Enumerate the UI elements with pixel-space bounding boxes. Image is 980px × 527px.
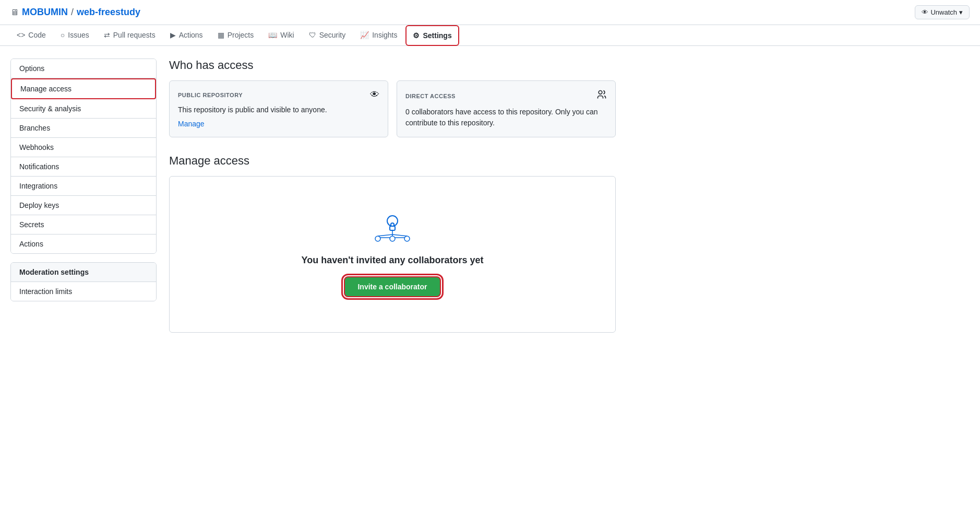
projects-icon: ▦: [218, 31, 224, 39]
direct-access-desc: 0 collaborators have access to this repo…: [405, 107, 607, 128]
eye-icon: 👁: [370, 89, 379, 100]
security-icon: 🛡: [309, 31, 316, 39]
tab-actions-label: Actions: [179, 31, 203, 39]
tab-pull-requests-label: Pull requests: [113, 31, 156, 39]
sidebar-item-branches[interactable]: Branches: [11, 119, 156, 138]
svg-rect-2: [390, 226, 395, 230]
top-bar: 🖥 MOBUMIN / web-freestudy 👁 Unwatch ▾: [0, 0, 980, 25]
manage-link[interactable]: Manage: [178, 120, 379, 128]
who-has-access-title: Who has access: [169, 58, 616, 72]
separator: /: [71, 7, 74, 18]
manage-access-section: Manage access: [169, 154, 616, 333]
nav-tabs: <> Code ○ Issues ⇄ Pull requests ▶ Actio…: [0, 25, 980, 46]
public-repo-card-header: PUBLIC REPOSITORY 👁: [178, 89, 379, 100]
sidebar-item-webhooks[interactable]: Webhooks: [11, 138, 156, 157]
main-content: Options Manage access Security & analysi…: [0, 46, 626, 345]
svg-point-5: [404, 236, 410, 241]
manage-access-title: Manage access: [169, 154, 616, 168]
public-repo-desc: This repository is public and visible to…: [178, 104, 379, 115]
tab-actions[interactable]: ▶ Actions: [164, 26, 209, 45]
sidebar-moderation-section: Moderation settings Interaction limits: [10, 262, 157, 301]
svg-point-3: [375, 236, 380, 241]
sidebar-item-notifications[interactable]: Notifications: [11, 157, 156, 177]
watch-icon: 👁: [922, 8, 928, 16]
sidebar-item-actions[interactable]: Actions: [11, 235, 156, 253]
tab-code[interactable]: <> Code: [10, 26, 52, 45]
svg-point-1: [387, 216, 398, 226]
svg-line-9: [378, 235, 392, 236]
insights-icon: 📈: [360, 31, 369, 39]
moderation-settings-header: Moderation settings: [11, 263, 156, 282]
repo-name-link[interactable]: web-freestudy: [77, 7, 140, 18]
tab-security-label: Security: [319, 31, 346, 39]
tab-projects[interactable]: ▦ Projects: [211, 26, 260, 45]
access-cards: PUBLIC REPOSITORY 👁 This repository is p…: [169, 80, 616, 137]
tab-settings-label: Settings: [423, 31, 451, 40]
direct-access-card-header: DIRECT ACCESS: [405, 89, 607, 102]
tab-wiki-label: Wiki: [280, 31, 294, 39]
chevron-down-icon: ▾: [959, 8, 963, 16]
sidebar-item-manage-access[interactable]: Manage access: [11, 78, 156, 99]
svg-line-10: [392, 235, 407, 236]
svg-point-4: [390, 236, 395, 241]
tab-insights[interactable]: 📈 Insights: [354, 26, 403, 45]
tab-security[interactable]: 🛡 Security: [303, 26, 352, 45]
repo-icon: 🖥: [10, 8, 19, 17]
direct-access-label: DIRECT ACCESS: [405, 93, 456, 99]
watch-label: Unwatch: [930, 8, 957, 16]
content-area: Who has access PUBLIC REPOSITORY 👁 This …: [169, 58, 616, 333]
manage-access-box: You haven't invited any collaborators ye…: [169, 176, 616, 333]
tab-insights-label: Insights: [372, 31, 397, 39]
sidebar-item-deploy-keys[interactable]: Deploy keys: [11, 196, 156, 215]
actions-icon: ▶: [170, 31, 176, 39]
tab-issues-label: Issues: [68, 31, 89, 39]
sidebar-item-integrations[interactable]: Integrations: [11, 177, 156, 196]
sidebar-item-interaction-limits[interactable]: Interaction limits: [11, 282, 156, 301]
org-name-link[interactable]: MOBUMIN: [22, 7, 68, 18]
tab-pull-requests[interactable]: ⇄ Pull requests: [98, 26, 162, 45]
pull-requests-icon: ⇄: [104, 31, 110, 39]
settings-icon: ⚙: [413, 31, 420, 40]
tab-wiki[interactable]: 📖 Wiki: [262, 26, 300, 45]
tab-code-label: Code: [28, 31, 45, 39]
sidebar-item-security-analysis[interactable]: Security & analysis: [11, 99, 156, 119]
wiki-icon: 📖: [268, 31, 277, 39]
issues-icon: ○: [61, 31, 65, 39]
collaborators-icon: [596, 89, 607, 102]
sidebar-item-secrets[interactable]: Secrets: [11, 215, 156, 235]
collab-empty-icon: [372, 212, 413, 244]
watch-button[interactable]: 👁 Unwatch ▾: [915, 5, 970, 19]
public-repo-label: PUBLIC REPOSITORY: [178, 92, 243, 98]
no-collab-text: You haven't invited any collaborators ye…: [301, 255, 483, 266]
sidebar: Options Manage access Security & analysi…: [10, 58, 157, 333]
public-repo-card: PUBLIC REPOSITORY 👁 This repository is p…: [169, 80, 388, 137]
tab-projects-label: Projects: [228, 31, 254, 39]
invite-collaborator-button[interactable]: Invite a collaborator: [344, 276, 440, 297]
tab-issues[interactable]: ○ Issues: [54, 26, 95, 45]
sidebar-item-options[interactable]: Options: [11, 59, 156, 78]
svg-point-0: [599, 91, 602, 95]
direct-access-card: DIRECT ACCESS 0 collaborators have acces…: [397, 80, 616, 137]
sidebar-main-section: Options Manage access Security & analysi…: [10, 58, 157, 254]
repo-title: 🖥 MOBUMIN / web-freestudy: [10, 7, 140, 18]
tab-settings[interactable]: ⚙ Settings: [405, 25, 459, 46]
code-icon: <>: [17, 31, 25, 39]
